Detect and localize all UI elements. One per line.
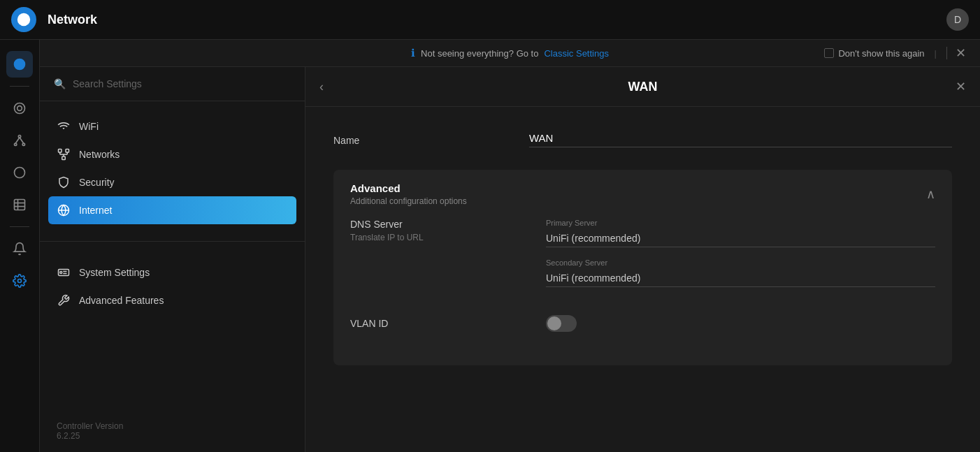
version-info: Controller Version 6.2.25: [40, 410, 305, 452]
sidebar-item-system-settings[interactable]: System Settings: [40, 258, 305, 286]
panel-title: WAN: [628, 80, 658, 94]
dont-show-label[interactable]: Don't show this again: [824, 48, 924, 59]
panel-header: ‹ WAN ✕: [305, 67, 980, 107]
sidebar-icon-stats[interactable]: [6, 95, 33, 122]
sidebar-icon-home[interactable]: [6, 51, 33, 78]
nav-section-main: WiFi Networks Security: [40, 101, 305, 235]
svg-rect-17: [66, 150, 69, 153]
vlan-label: VLAN ID: [350, 318, 546, 329]
sidebar-item-advanced-features[interactable]: Advanced Features: [40, 286, 305, 314]
advanced-header-left: Advanced Additional configuration option…: [350, 182, 467, 206]
sidebar-item-security[interactable]: Security: [40, 168, 305, 196]
wifi-icon: [57, 119, 71, 133]
chevron-up-icon: ∧: [926, 187, 935, 202]
sidebar-item-security-label: Security: [79, 177, 115, 188]
dns-section: DNS Server Translate IP to URL Primary S…: [350, 219, 935, 298]
svg-rect-10: [15, 200, 25, 210]
svg-point-6: [22, 143, 24, 145]
nav-section-system: System Settings Advanced Features: [40, 247, 305, 326]
search-input[interactable]: [73, 78, 291, 89]
sidebar-item-advanced-features-label: Advanced Features: [79, 295, 164, 306]
svg-line-8: [20, 138, 24, 143]
controller-version-number: 6.2.25: [57, 431, 288, 441]
sidebar-icon-analytics[interactable]: [6, 191, 33, 218]
networks-icon: [57, 147, 71, 161]
svg-rect-18: [62, 156, 66, 160]
internet-icon: [57, 203, 71, 217]
dns-label-col: DNS Server Translate IP to URL: [350, 219, 546, 242]
nav-divider: [40, 241, 305, 242]
search-icon: 🔍: [54, 78, 66, 89]
notification-text: Not seeing everything? Go to: [421, 48, 538, 59]
panel-close-button[interactable]: ✕: [956, 79, 966, 94]
sidebar-item-wifi-label: WiFi: [79, 121, 99, 132]
name-value: [529, 129, 952, 147]
svg-point-2: [15, 103, 25, 114]
advanced-body: DNS Server Translate IP to URL Primary S…: [333, 219, 952, 365]
dns-label-main: DNS Server: [350, 219, 546, 230]
main-panel: ‹ WAN ✕ Name: [305, 67, 980, 452]
name-row: Name: [333, 129, 952, 147]
secondary-server-input[interactable]: [546, 270, 935, 287]
advanced-header[interactable]: Advanced Additional configuration option…: [333, 170, 952, 219]
info-icon: ℹ: [411, 47, 415, 59]
advanced-title: Advanced: [350, 182, 467, 194]
sidebar-item-networks-label: Networks: [79, 149, 120, 160]
primary-server-input[interactable]: [546, 230, 935, 247]
sidebar-item-wifi[interactable]: WiFi: [40, 112, 305, 140]
vlan-toggle-switch[interactable]: [546, 315, 577, 332]
content-area: 🔍 WiFi N: [40, 67, 980, 452]
app-logo[interactable]: [11, 7, 36, 32]
sidebar-item-internet[interactable]: Internet: [48, 196, 296, 224]
svg-point-1: [14, 59, 26, 71]
notification-bar: ℹ Not seeing everything? Go to Classic S…: [40, 40, 980, 67]
svg-point-9: [15, 168, 25, 178]
sidebar-icon-settings[interactable]: [6, 268, 33, 294]
sidebar-divider-1: [10, 86, 29, 87]
avatar[interactable]: D: [946, 8, 969, 31]
dns-label-sub: Translate IP to URL: [350, 233, 546, 242]
sidebar-item-networks[interactable]: Networks: [40, 140, 305, 168]
panel-content: Name Advanced Additional configuration o…: [305, 107, 980, 452]
back-button[interactable]: ‹: [319, 80, 324, 94]
toggle-knob: [547, 316, 561, 330]
classic-settings-link[interactable]: Classic Settings: [544, 48, 608, 59]
notification-right-controls: Don't show this again | ✕: [824, 47, 966, 59]
search-bar: 🔍: [40, 67, 305, 101]
advanced-subtitle: Additional configuration options: [350, 196, 467, 206]
svg-point-4: [18, 136, 20, 138]
svg-point-3: [17, 106, 22, 111]
advanced-section: Advanced Additional configuration option…: [333, 170, 952, 365]
vlan-toggle: [546, 315, 577, 332]
sidebar-icon-alerts[interactable]: [6, 235, 33, 262]
advanced-features-icon: [57, 293, 71, 307]
sidebar-item-internet-label: Internet: [79, 205, 112, 216]
dns-fields: Primary Server Secondary Server: [546, 219, 935, 298]
secondary-server-group: Secondary Server: [546, 258, 935, 287]
name-input[interactable]: [529, 129, 952, 147]
main-layout: ℹ Not seeing everything? Go to Classic S…: [0, 40, 980, 452]
svg-rect-16: [59, 150, 62, 153]
system-settings-icon: [57, 265, 71, 279]
primary-server-label: Primary Server: [546, 219, 935, 227]
svg-point-14: [18, 279, 22, 283]
svg-line-7: [15, 138, 20, 143]
svg-point-5: [15, 143, 17, 145]
svg-point-26: [60, 272, 62, 274]
name-label: Name: [333, 129, 529, 146]
sidebar-item-system-settings-label: System Settings: [79, 267, 150, 278]
notification-close-button[interactable]: ✕: [946, 47, 966, 59]
security-icon: [57, 175, 71, 189]
top-bar: Network D: [0, 0, 980, 40]
icon-sidebar: [0, 40, 40, 452]
sidebar-divider-2: [10, 226, 29, 227]
secondary-server-label: Secondary Server: [546, 258, 935, 267]
dont-show-checkbox[interactable]: [824, 48, 834, 58]
primary-server-group: Primary Server: [546, 219, 935, 247]
sidebar-icon-monitor[interactable]: [6, 159, 33, 186]
controller-version-label: Controller Version: [57, 421, 288, 431]
svg-point-0: [17, 13, 30, 26]
app-title: Network: [48, 13, 946, 27]
sidebar-icon-topology[interactable]: [6, 127, 33, 154]
vlan-row: VLAN ID: [350, 315, 935, 332]
